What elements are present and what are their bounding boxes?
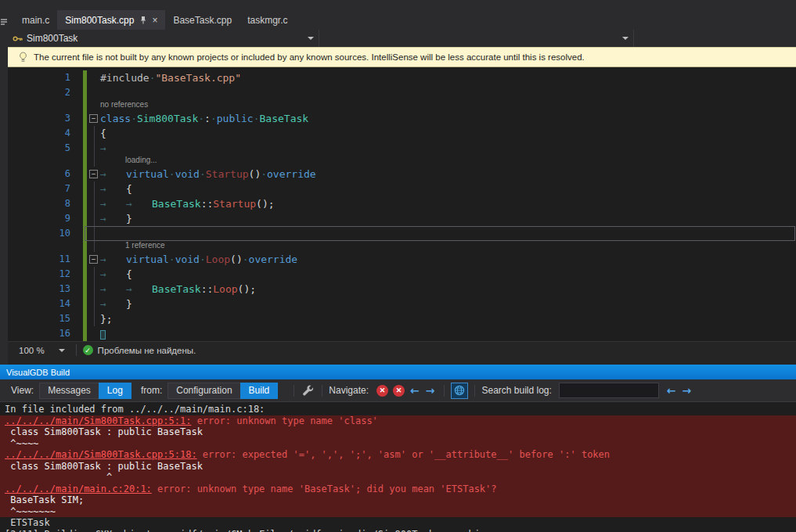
fold-margin — [88, 226, 100, 241]
wrench-icon[interactable] — [302, 385, 314, 397]
editor-line[interactable]: 4{ — [8, 126, 796, 141]
editor-region: main.c Sim800Task.cpp × BaseTask.cpp tas… — [0, 0, 796, 365]
change-tracking-bar — [83, 100, 87, 111]
codelens-text[interactable]: loading... — [100, 156, 796, 167]
code-token: () — [249, 168, 261, 180]
change-tracking-bar — [83, 282, 87, 297]
code-token: → — [100, 196, 126, 211]
navigate-back-button[interactable]: ← — [410, 385, 420, 396]
type-dropdown[interactable]: Sim800Task — [8, 30, 319, 47]
tab-basetask-cpp[interactable]: BaseTask.cpp — [165, 10, 240, 30]
error-message: error: unknown type name 'class' — [191, 415, 377, 426]
fold-toggle[interactable]: − — [88, 111, 100, 126]
next-error-button[interactable]: ✕ — [393, 385, 405, 397]
line-number — [8, 156, 77, 167]
code-token: → — [100, 252, 126, 267]
line-number: 6 — [8, 167, 77, 182]
pin-icon[interactable] — [140, 16, 146, 24]
editor-line[interactable]: 5→ — [8, 141, 796, 156]
build-log-line: ^ — [0, 472, 796, 483]
view-label: View: — [11, 385, 34, 396]
code-token: public — [217, 113, 254, 124]
tab-taskmgr-c[interactable]: taskmgr.c — [240, 10, 295, 30]
code-token: Loop — [206, 253, 230, 265]
editor-line[interactable]: 6−→virtual·void·Startup()·override — [8, 167, 796, 182]
build-button[interactable]: Build — [240, 383, 279, 399]
error-location-link[interactable]: ../../../main/Sim800Task.cpp:5:18: — [5, 449, 197, 460]
editor-line[interactable]: 14→} — [8, 297, 796, 311]
editor-line[interactable]: 11−→virtual·void·Loop()·override — [8, 252, 796, 267]
collapse-icon[interactable]: − — [89, 170, 98, 178]
collapse-icon[interactable]: − — [89, 255, 98, 264]
build-log-line: ../../../main/main.c:20:1: error: unknow… — [0, 483, 796, 495]
codelens-text[interactable]: no references — [100, 100, 796, 111]
tab-sim800task-cpp[interactable]: Sim800Task.cpp × — [57, 10, 165, 30]
zoom-selector[interactable]: 100 % — [14, 346, 70, 355]
messages-button[interactable]: Messages — [39, 383, 99, 399]
line-number: 2 — [8, 85, 77, 100]
editor-line[interactable]: 7→{ — [8, 182, 796, 196]
code-token: (); — [238, 283, 256, 295]
editor-line[interactable]: 13→→BaseTask::Loop(); — [8, 282, 796, 297]
editor-line[interactable]: 2 — [8, 85, 796, 100]
fold-margin — [88, 85, 100, 100]
codelens-annotation[interactable]: no references — [8, 100, 796, 111]
change-tracking-bar — [83, 182, 87, 196]
toolwindow-tab-icon[interactable] — [1, 14, 7, 28]
build-log-line: class Sim800Task : public BaseTask — [0, 426, 796, 438]
fold-toggle[interactable]: − — [88, 252, 100, 267]
editor-line[interactable]: 15}; — [8, 311, 796, 326]
code-token: void — [175, 168, 200, 180]
fold-margin — [88, 196, 100, 211]
chevron-down-icon — [308, 37, 314, 40]
editor-line[interactable]: 9→} — [8, 211, 796, 226]
fold-margin — [88, 326, 100, 341]
chevron-down-icon — [622, 37, 629, 40]
member-dropdown[interactable] — [319, 30, 634, 47]
source-segment: Configuration Build — [167, 383, 278, 399]
line-number: 16 — [8, 326, 77, 341]
tab-main-c[interactable]: main.c — [14, 10, 57, 30]
code-token: · — [131, 113, 137, 124]
document-tab-bar: main.c Sim800Task.cpp × BaseTask.cpp tas… — [8, 0, 796, 30]
editor-rows: 1#include·"BaseTask.cpp"2no references3−… — [8, 70, 796, 341]
codelens-annotation[interactable]: 1 reference — [8, 241, 796, 252]
code-token: override — [249, 253, 298, 265]
fold-toggle[interactable]: − — [88, 167, 100, 182]
log-button[interactable]: Log — [99, 383, 131, 399]
close-icon[interactable]: × — [152, 16, 157, 25]
editor-line[interactable]: 10 — [8, 226, 796, 241]
configuration-button[interactable]: Configuration — [167, 383, 240, 399]
code-token: → — [100, 282, 126, 297]
search-next-button[interactable]: → — [683, 385, 692, 396]
build-log[interactable]: In file included from ../../../main/main… — [0, 402, 796, 532]
code-editor[interactable]: 1#include·"BaseTask.cpp"2no references3−… — [8, 67, 796, 341]
codelens-annotation[interactable]: loading... — [8, 156, 796, 167]
intellisense-warning-bar: The current file is not built by any kno… — [8, 47, 796, 67]
code-token: · — [200, 253, 206, 265]
navigate-forward-button[interactable]: → — [426, 385, 435, 396]
prev-error-button[interactable]: ✕ — [376, 385, 388, 397]
editor-line[interactable]: 3−class·Sim800Task·:·public·BaseTask — [8, 111, 796, 126]
editor-line[interactable]: 12→{ — [8, 267, 796, 282]
key-icon — [13, 35, 23, 42]
code-token: → — [126, 282, 152, 297]
build-panel-header[interactable]: VisualGDB Build — [0, 365, 796, 379]
codelens-text[interactable]: 1 reference — [100, 241, 796, 252]
code-token: : — [204, 113, 211, 124]
error-location-link[interactable]: ../../../main/main.c:20:1: — [5, 483, 152, 494]
change-tracking-bar — [83, 297, 87, 311]
search-build-log-input[interactable] — [559, 383, 659, 398]
globe-toggle-button[interactable] — [451, 383, 468, 399]
editor-line[interactable]: 16 — [8, 326, 796, 341]
error-location-link[interactable]: ../../../main/Sim800Task.cpp:5:1: — [5, 415, 191, 426]
collapse-icon[interactable]: − — [89, 114, 98, 123]
editor-line[interactable]: 1#include·"BaseTask.cpp" — [8, 70, 796, 85]
code-token: #include — [100, 72, 149, 84]
tab-label: main.c — [22, 15, 49, 26]
code-token: { — [126, 268, 132, 280]
search-prev-button[interactable]: ← — [667, 385, 676, 396]
editor-line[interactable]: 8→→BaseTask::Startup(); — [8, 196, 796, 211]
fold-margin — [88, 241, 100, 252]
code-token: · — [169, 168, 175, 180]
